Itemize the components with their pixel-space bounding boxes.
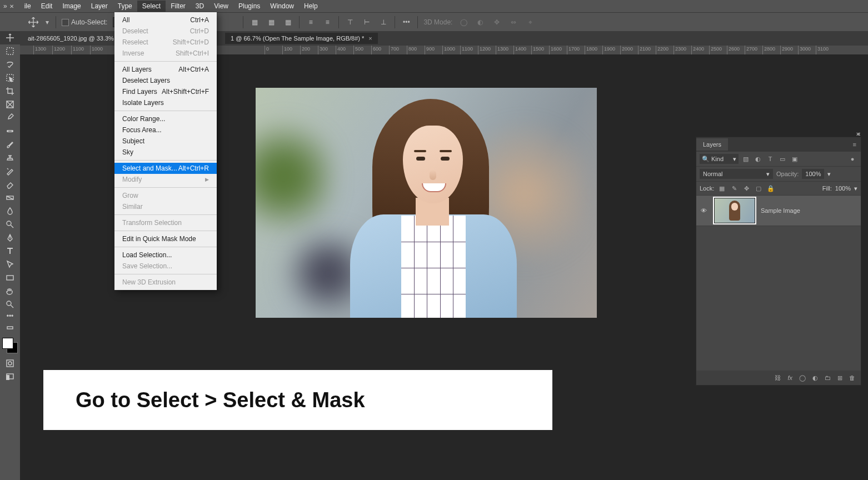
menu-plugins[interactable]: Plugins: [233, 1, 265, 12]
menu-item-load-selection[interactable]: Load Selection...: [114, 249, 217, 261]
3d-pan-icon[interactable]: ✥: [491, 17, 502, 28]
3d-roll-icon[interactable]: ◐: [475, 17, 486, 28]
3d-zoom-icon[interactable]: ⌖: [525, 17, 536, 28]
type-tool[interactable]: [0, 244, 20, 258]
auto-select-checkbox[interactable]: Auto-Select:: [62, 18, 107, 26]
menu-item-all-layers[interactable]: All LayersAlt+Ctrl+A: [114, 64, 217, 75]
clone-stamp-tool[interactable]: [0, 151, 20, 164]
align-right-icon[interactable]: ▦: [282, 17, 293, 28]
layer-mask-icon[interactable]: ◯: [799, 374, 806, 382]
close-icon[interactable]: ✕: [9, 3, 14, 9]
gradient-tool[interactable]: [0, 191, 20, 204]
menu-item-isolate-layers[interactable]: Isolate Layers: [114, 97, 217, 108]
quick-mask-icon[interactable]: [0, 357, 20, 370]
distribute-h-icon[interactable]: ≡: [305, 17, 316, 28]
layer-row[interactable]: 👁 Sample Image: [696, 196, 861, 226]
align-left-icon[interactable]: ▦: [249, 17, 260, 28]
tab-document-2[interactable]: 1 @ 66.7% (Open The Sample Image, RGB/8#…: [225, 33, 378, 44]
menu-layer[interactable]: Layer: [86, 1, 113, 12]
marquee-tool[interactable]: [0, 44, 20, 58]
layer-name[interactable]: Sample Image: [759, 207, 861, 214]
object-selection-tool[interactable]: [0, 71, 20, 84]
pen-tool[interactable]: [0, 231, 20, 244]
filter-smart-icon[interactable]: ▣: [790, 154, 800, 164]
zoom-tool[interactable]: [0, 298, 20, 311]
filter-type-icon[interactable]: T: [765, 154, 775, 164]
align-middle-icon[interactable]: ⊢: [361, 17, 372, 28]
filter-toggle-icon[interactable]: ●: [847, 154, 857, 164]
filter-pixel-icon[interactable]: ▧: [741, 154, 751, 164]
distribute-v-icon[interactable]: ≡: [322, 17, 333, 28]
filter-adjustment-icon[interactable]: ◐: [753, 154, 763, 164]
chevron-down-icon[interactable]: ▾: [827, 171, 831, 178]
menu-item-select-and-mask[interactable]: Select and Mask...Alt+Ctrl+R: [114, 163, 217, 174]
path-selection-tool[interactable]: [0, 258, 20, 271]
adjustment-layer-icon[interactable]: ◐: [812, 374, 818, 382]
visibility-toggle-icon[interactable]: 👁: [696, 207, 711, 214]
frame-tool[interactable]: [0, 98, 20, 111]
menu-help[interactable]: Help: [299, 1, 323, 12]
filter-kind-dropdown[interactable]: 🔍Kind▾: [700, 154, 739, 164]
menu-item-sky[interactable]: Sky: [114, 147, 217, 158]
eraser-tool[interactable]: [0, 178, 20, 191]
chevron-down-icon[interactable]: ▾: [44, 17, 50, 28]
healing-brush-tool[interactable]: [0, 124, 20, 138]
delete-layer-icon[interactable]: 🗑: [849, 374, 855, 381]
menu-type[interactable]: Type: [113, 1, 137, 12]
group-layers-icon[interactable]: 🗀: [825, 374, 831, 381]
color-swatch[interactable]: [2, 338, 18, 353]
menu-3d[interactable]: 3D: [191, 1, 209, 12]
menu-view[interactable]: View: [209, 1, 233, 12]
eyedropper-tool[interactable]: [0, 111, 20, 124]
menu-item-deselect-layers[interactable]: Deselect Layers: [114, 75, 217, 86]
blend-mode-dropdown[interactable]: Normal▾: [700, 169, 773, 179]
menu-item-all[interactable]: AllCtrl+A: [114, 14, 217, 26]
new-layer-icon[interactable]: ⊞: [837, 374, 842, 382]
move-tool-icon[interactable]: [28, 17, 39, 28]
align-bottom-icon[interactable]: ⊥: [378, 17, 389, 28]
crop-tool[interactable]: [0, 84, 20, 98]
window-chevrons-icon[interactable]: »: [3, 2, 7, 10]
more-tools-icon[interactable]: •••: [0, 311, 20, 321]
link-layers-icon[interactable]: ⛓: [775, 374, 781, 381]
filter-shape-icon[interactable]: ▭: [777, 154, 787, 164]
screen-mode-icon[interactable]: [0, 370, 20, 383]
layers-panel-tab[interactable]: Layers: [696, 138, 728, 151]
lock-position-icon[interactable]: ✥: [742, 184, 751, 193]
menu-item-find-layers[interactable]: Find LayersAlt+Shift+Ctrl+F: [114, 86, 217, 97]
panel-menu-icon[interactable]: ≡: [853, 141, 856, 148]
menu-item-focus-area[interactable]: Focus Area...: [114, 124, 217, 136]
close-tab-icon[interactable]: ×: [368, 35, 372, 42]
fill-value[interactable]: 100%: [835, 185, 851, 192]
lock-transparent-icon[interactable]: ▦: [717, 184, 726, 193]
move-tool[interactable]: [0, 31, 20, 44]
chevron-down-icon[interactable]: ▾: [854, 185, 857, 192]
more-options-icon[interactable]: •••: [401, 17, 412, 28]
history-brush-tool[interactable]: [0, 164, 20, 178]
menu-edit[interactable]: Edit: [36, 1, 58, 12]
menu-item-edit-in-quick-mask-mode[interactable]: Edit in Quick Mask Mode: [114, 233, 217, 244]
menu-window[interactable]: Window: [265, 1, 299, 12]
blur-tool[interactable]: [0, 204, 20, 218]
lock-image-icon[interactable]: ✎: [730, 184, 739, 193]
lock-all-icon[interactable]: 🔒: [766, 184, 775, 193]
menu-filter[interactable]: Filter: [166, 1, 191, 12]
brush-tool[interactable]: [0, 138, 20, 151]
3d-slide-icon[interactable]: ⇔: [508, 17, 519, 28]
opacity-value[interactable]: 100%: [802, 169, 824, 179]
hand-tool[interactable]: [0, 284, 20, 298]
align-center-icon[interactable]: ▦: [266, 17, 277, 28]
menu-item-subject[interactable]: Subject: [114, 136, 217, 147]
menu-item-color-range[interactable]: Color Range...: [114, 113, 217, 124]
layer-style-icon[interactable]: fx: [787, 374, 792, 381]
menu-select[interactable]: Select: [137, 1, 166, 12]
lasso-tool[interactable]: [0, 58, 20, 71]
layer-thumbnail[interactable]: [714, 198, 755, 223]
dodge-tool[interactable]: [0, 218, 20, 231]
lock-artboard-icon[interactable]: ▢: [754, 184, 763, 193]
menu-file[interactable]: ile: [19, 1, 36, 12]
edit-toolbar-icon[interactable]: [0, 321, 20, 334]
rectangle-tool[interactable]: [0, 271, 20, 284]
menu-image[interactable]: Image: [57, 1, 86, 12]
3d-orbit-icon[interactable]: ◯: [458, 17, 469, 28]
